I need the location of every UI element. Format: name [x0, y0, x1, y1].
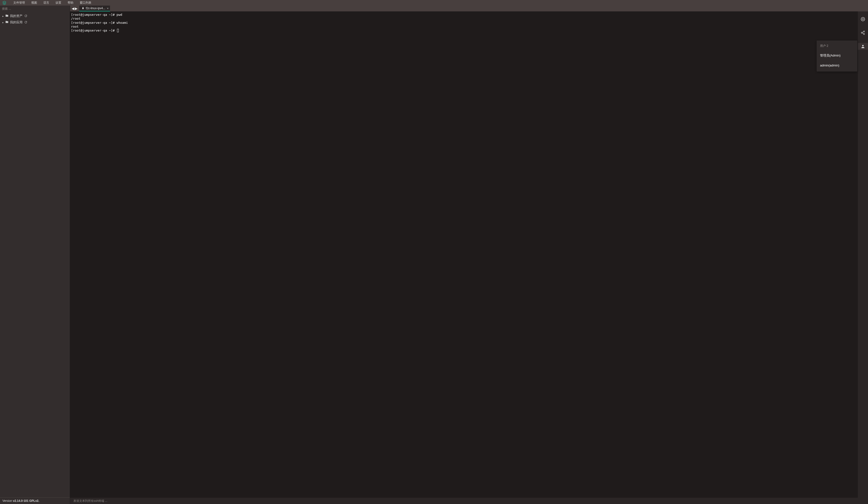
share-icon — [861, 31, 865, 35]
menu-view[interactable]: 视图 — [28, 0, 40, 6]
right-rail — [858, 11, 868, 498]
asset-tree: ▸ 我的资产 ▸ 我的应用 — [0, 12, 70, 497]
main-area: ▸ 我的资产 ▸ 我的应用 Version v — [0, 6, 868, 504]
close-icon[interactable]: × — [107, 7, 109, 10]
tree-node-my-assets[interactable]: ▸ 我的资产 — [0, 13, 70, 19]
broadcast-input[interactable] — [73, 499, 865, 503]
version-text: v2.14.0-101 GPLv2. — [13, 499, 39, 503]
svg-point-2 — [864, 31, 865, 32]
user-item[interactable]: admin(admin) — [817, 61, 857, 70]
tab-active[interactable]: f2c-linux-ipv4... × — [79, 6, 110, 11]
user-panel: 用户 2 管理员(Admin) admin(admin) — [817, 40, 857, 72]
menu-window-list[interactable]: 窗口列表 — [76, 0, 94, 6]
terminal-line: [root@jumpserver-qa ~]# pwd — [71, 13, 122, 17]
sidebar: ▸ 我的资产 ▸ 我的应用 Version v — [0, 6, 70, 504]
users-button[interactable] — [858, 43, 868, 50]
user-panel-count: 2 — [827, 44, 828, 48]
svg-marker-0 — [3, 1, 6, 3]
svg-point-4 — [864, 33, 865, 35]
tabbar: ◀ ▶ f2c-linux-ipv4... × — [70, 6, 868, 11]
terminal-line: root — [71, 25, 79, 28]
svg-point-1 — [862, 19, 864, 20]
terminal-wrap: [root@jumpserver-qa ~]# pwd /root [root@… — [70, 11, 868, 498]
user-panel-title-prefix: 用户 — [820, 44, 827, 48]
share-button[interactable] — [858, 29, 868, 36]
app-logo[interactable] — [2, 0, 7, 5]
terminal[interactable]: [root@jumpserver-qa ~]# pwd /root [root@… — [70, 11, 858, 498]
tab-next-icon[interactable]: ▶ — [75, 7, 78, 10]
folder-icon — [5, 14, 9, 18]
sidebar-footer: Version v2.14.0-101 GPLv2. — [0, 497, 70, 504]
refresh-icon[interactable] — [24, 14, 27, 18]
menu-file[interactable]: 文件管理 — [10, 0, 28, 6]
tree-node-label: 我的资产 — [10, 14, 22, 18]
version-prefix: Version — [2, 499, 13, 503]
menu-language[interactable]: 语言 — [40, 0, 52, 6]
content: ◀ ▶ f2c-linux-ipv4... × [root@jumpserver… — [70, 6, 868, 504]
menu-settings[interactable]: 设置 — [52, 0, 64, 6]
terminal-line: [root@jumpserver-qa ~]# whoami — [71, 21, 128, 24]
tree-node-label: 我的应用 — [10, 20, 22, 24]
search-wrap — [0, 6, 70, 12]
terminal-line: /root — [71, 17, 81, 20]
chevron-right-icon: ▸ — [2, 21, 4, 24]
send-bar — [70, 498, 868, 504]
tab-label: f2c-linux-ipv4... — [86, 7, 105, 10]
refresh-icon[interactable] — [24, 21, 27, 24]
svg-point-7 — [862, 45, 864, 46]
menu-help[interactable]: 帮助 — [64, 0, 76, 6]
search-input[interactable] — [2, 6, 68, 11]
folder-icon — [5, 20, 9, 24]
user-icon — [861, 44, 865, 49]
user-panel-title: 用户 2 — [817, 43, 857, 50]
menubar: 文件管理 视图 语言 设置 帮助 窗口列表 — [0, 0, 868, 6]
terminal-line: [root@jumpserver-qa ~]# — [71, 29, 116, 32]
terminal-cursor — [117, 29, 119, 32]
chevron-right-icon: ▸ — [2, 15, 4, 18]
tree-node-my-apps[interactable]: ▸ 我的应用 — [0, 19, 70, 26]
tab-nav: ◀ ▶ — [70, 6, 79, 11]
svg-point-3 — [861, 32, 862, 33]
gear-icon — [861, 17, 865, 21]
tab-prev-icon[interactable]: ◀ — [72, 7, 75, 10]
svg-line-5 — [862, 32, 864, 32]
user-item[interactable]: 管理员(Admin) — [817, 50, 857, 61]
svg-line-6 — [862, 33, 864, 34]
linux-icon — [82, 7, 84, 10]
settings-button[interactable] — [858, 16, 868, 22]
